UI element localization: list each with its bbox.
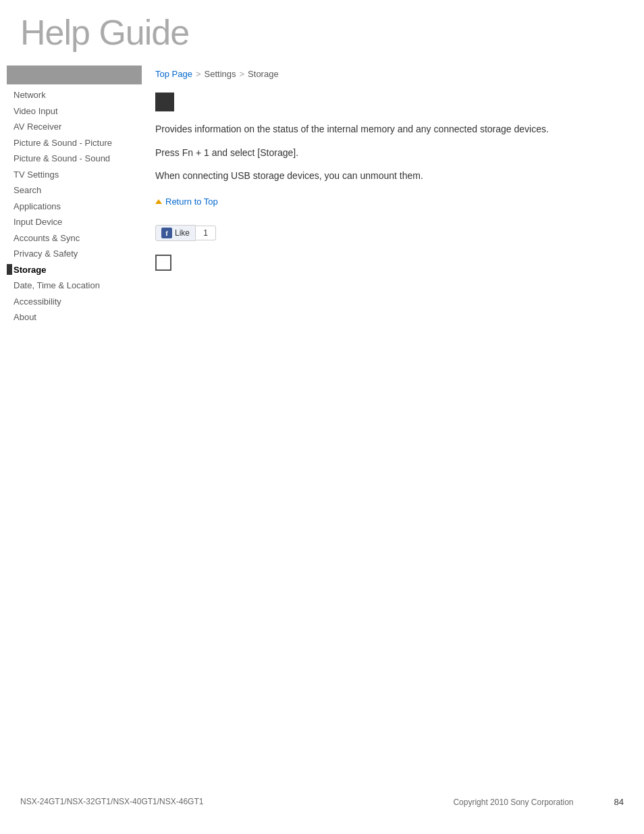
page-icon-outline: [155, 255, 171, 271]
sidebar-item-tv-settings[interactable]: TV Settings: [0, 167, 142, 183]
breadcrumb-settings: Settings: [205, 69, 236, 79]
sidebar-item-picture-sound-picture[interactable]: Picture & Sound - Picture: [0, 135, 142, 151]
facebook-icon: f: [161, 228, 172, 238]
sidebar-item-video-input[interactable]: Video Input: [0, 103, 142, 120]
footer-page-number: 84: [614, 797, 624, 807]
content-paragraph-2: Press Fn + 1 and select [Storage].: [155, 145, 624, 160]
content-paragraph-1: Provides information on the status of th…: [155, 122, 624, 136]
breadcrumb-current: Storage: [248, 69, 279, 79]
breadcrumb-sep2: >: [240, 69, 245, 79]
sidebar-item-date-time-location[interactable]: Date, Time & Location: [0, 278, 142, 294]
sidebar-item-input-device[interactable]: Input Device: [0, 214, 142, 230]
breadcrumb: Top Page > Settings > Storage: [155, 59, 624, 86]
main-content: Top Page > Settings > Storage Provides i…: [142, 59, 644, 325]
breadcrumb-sep1: >: [196, 69, 201, 79]
return-arrow-icon: [155, 199, 162, 204]
site-title: Help Guide: [20, 14, 624, 52]
page-icon-black: [155, 93, 174, 111]
return-to-top-link[interactable]: Return to Top: [155, 197, 218, 207]
sidebar-item-search[interactable]: Search: [0, 182, 142, 199]
sidebar: NetworkVideo InputAV ReceiverPicture & S…: [0, 59, 142, 325]
breadcrumb-top-page[interactable]: Top Page: [155, 69, 192, 79]
main-layout: NetworkVideo InputAV ReceiverPicture & S…: [0, 59, 644, 325]
footer-model: NSX-24GT1/NSX-32GT1/NSX-40GT1/NSX-46GT1: [20, 797, 203, 807]
page-footer: NSX-24GT1/NSX-32GT1/NSX-40GT1/NSX-46GT1 …: [0, 797, 644, 807]
sidebar-item-av-receiver[interactable]: AV Receiver: [0, 119, 142, 135]
footer-copyright: Copyright 2010 Sony Corporation: [453, 798, 573, 807]
sidebar-header-bar: [7, 66, 142, 84]
return-to-top-label: Return to Top: [165, 197, 218, 207]
sidebar-item-accessibility[interactable]: Accessibility: [0, 294, 142, 310]
sidebar-item-about[interactable]: About: [0, 309, 142, 325]
sidebar-item-accounts-sync[interactable]: Accounts & Sync: [0, 230, 142, 246]
fb-like-container: f Like 1: [155, 225, 624, 241]
fb-like-label: Like: [175, 228, 190, 238]
sidebar-item-storage[interactable]: Storage: [0, 262, 142, 278]
sidebar-item-privacy-safety[interactable]: Privacy & Safety: [0, 246, 142, 262]
fb-like-button[interactable]: f Like: [155, 225, 196, 241]
page-header: Help Guide: [0, 0, 644, 59]
sidebar-item-picture-sound-sound[interactable]: Picture & Sound - Sound: [0, 151, 142, 167]
sidebar-items-container: NetworkVideo InputAV ReceiverPicture & S…: [0, 87, 142, 325]
sidebar-item-applications[interactable]: Applications: [0, 199, 142, 215]
sidebar-item-network[interactable]: Network: [0, 87, 142, 103]
content-paragraph-3: When connecting USB storage devices, you…: [155, 168, 624, 183]
fb-like-count: 1: [196, 226, 216, 240]
